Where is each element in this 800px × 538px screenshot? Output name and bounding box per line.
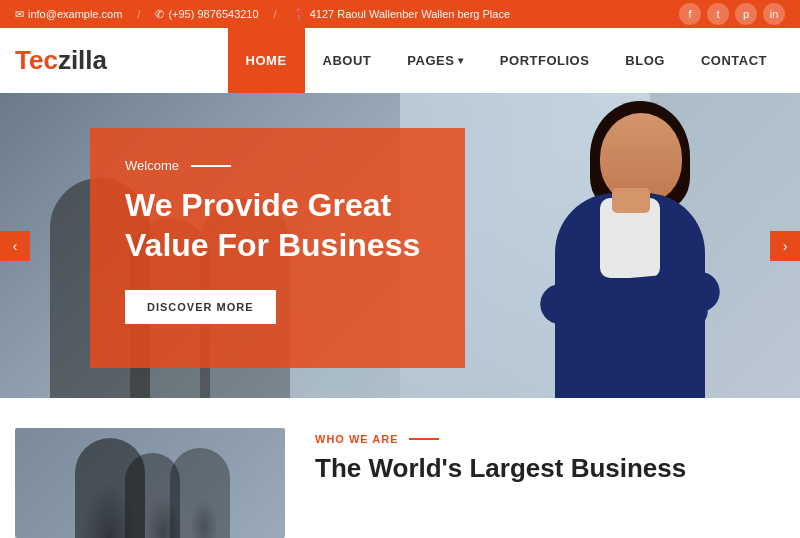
address-item: 📍 4127 Raoul Wallenber Wallen berg Place bbox=[292, 8, 510, 21]
hero-prev-button[interactable]: ‹ bbox=[0, 231, 30, 261]
top-bar-left: ✉ info@example.com / ✆ (+95) 9876543210 … bbox=[15, 8, 510, 21]
location-icon: 📍 bbox=[292, 8, 306, 21]
logo: Teczilla bbox=[15, 45, 107, 76]
phone-item: ✆ (+95) 9876543210 bbox=[155, 8, 258, 21]
below-img-person3 bbox=[170, 448, 230, 538]
discover-more-button[interactable]: DISCOVER MORE bbox=[125, 290, 276, 324]
twitter-icon[interactable]: t bbox=[707, 3, 729, 25]
hero-next-button[interactable]: › bbox=[770, 231, 800, 261]
header: Teczilla HOME ABOUT PAGES ▾ PORTFOLIOS B… bbox=[0, 28, 800, 93]
nav-pages[interactable]: PAGES ▾ bbox=[389, 28, 482, 93]
nav-blog[interactable]: BLOG bbox=[607, 28, 683, 93]
main-nav: HOME ABOUT PAGES ▾ PORTFOLIOS BLOG CONTA… bbox=[228, 28, 785, 93]
logo-zilla: zilla bbox=[58, 45, 107, 75]
email-item: ✉ info@example.com bbox=[15, 8, 122, 21]
logo-tec: Tec bbox=[15, 45, 58, 75]
facebook-icon[interactable]: f bbox=[679, 3, 701, 25]
address-text: 4127 Raoul Wallenber Wallen berg Place bbox=[310, 8, 510, 20]
phone-icon: ✆ bbox=[155, 8, 164, 21]
who-we-are-line bbox=[409, 438, 439, 440]
who-we-are-label: WHO WE ARE bbox=[315, 433, 785, 445]
below-content: WHO WE ARE The World's Largest Business bbox=[315, 428, 785, 538]
hero-section: ‹ Welcome We Provide Great Value For Bus… bbox=[0, 93, 800, 398]
divider-2: / bbox=[274, 8, 277, 20]
nav-contact[interactable]: CONTACT bbox=[683, 28, 785, 93]
chevron-down-icon: ▾ bbox=[458, 55, 464, 66]
hero-title: We Provide Great Value For Business bbox=[125, 185, 430, 265]
pinterest-icon[interactable]: p bbox=[735, 3, 757, 25]
hero-welcome-label: Welcome bbox=[125, 158, 430, 173]
hero-welcome-line bbox=[191, 165, 231, 167]
hero-woman-neck bbox=[612, 188, 650, 213]
linkedin-icon[interactable]: in bbox=[763, 3, 785, 25]
nav-portfolios[interactable]: PORTFOLIOS bbox=[482, 28, 608, 93]
phone-text: (+95) 9876543210 bbox=[168, 8, 258, 20]
below-title: The World's Largest Business bbox=[315, 453, 785, 484]
divider-1: / bbox=[137, 8, 140, 20]
email-text: info@example.com bbox=[28, 8, 122, 20]
hero-woman-group bbox=[500, 93, 750, 398]
social-links: f t p in bbox=[679, 3, 785, 25]
nav-home[interactable]: HOME bbox=[228, 28, 305, 93]
email-icon: ✉ bbox=[15, 8, 24, 21]
nav-about[interactable]: ABOUT bbox=[305, 28, 390, 93]
hero-overlay-box: Welcome We Provide Great Value For Busin… bbox=[90, 128, 465, 368]
below-section: WHO WE ARE The World's Largest Business bbox=[0, 398, 800, 538]
top-bar: ✉ info@example.com / ✆ (+95) 9876543210 … bbox=[0, 0, 800, 28]
below-image bbox=[15, 428, 285, 538]
